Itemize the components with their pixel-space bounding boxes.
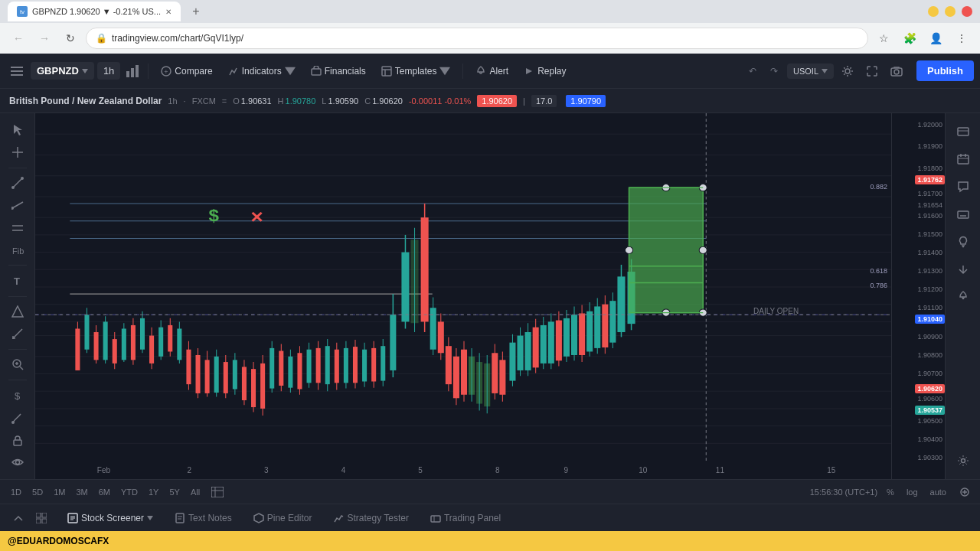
panel-pine-editor[interactable]: Pine Editor [249, 510, 317, 527]
financials-btn[interactable]: Financials [305, 63, 372, 80]
alert-btn[interactable]: Alert [469, 63, 514, 80]
date-11: 11 [716, 466, 724, 474]
forward-btn[interactable]: → [34, 28, 55, 49]
tf-5y[interactable]: 5Y [165, 486, 184, 498]
chat-icon[interactable] [951, 174, 975, 199]
svg-marker-28 [12, 306, 23, 317]
tab-close-icon[interactable]: ✕ [165, 8, 172, 16]
chart-type-btn[interactable] [123, 62, 142, 80]
tf-1d[interactable]: 1D [6, 486, 26, 498]
percent-btn[interactable]: % [884, 486, 897, 498]
templates-btn[interactable]: Templates [375, 63, 457, 80]
tf-all[interactable]: All [186, 486, 204, 498]
extensions-icon[interactable]: 🧩 [899, 28, 920, 49]
refresh-btn[interactable]: ↻ [60, 28, 81, 49]
close-icon[interactable] [962, 6, 972, 17]
lt-divider-5 [8, 380, 27, 380]
svg-marker-234 [147, 516, 153, 520]
ask-price-btn[interactable]: 1.90790 [566, 95, 606, 107]
compare-btn[interactable]: + Compare [155, 63, 218, 80]
camera-btn[interactable] [886, 60, 907, 82]
bid-price-btn[interactable]: 1.90620 [477, 95, 517, 107]
hamburger-btn[interactable] [6, 60, 28, 82]
watchlist-icon[interactable] [951, 119, 975, 144]
fullscreen-btn[interactable] [861, 60, 883, 82]
profile-icon[interactable]: 👤 [925, 28, 946, 49]
svg-text:$: $ [209, 206, 220, 225]
address-bar[interactable]: 🔒 tradingview.com/chart/GqVI1lyp/ [86, 28, 868, 49]
svg-rect-238 [431, 516, 440, 522]
price-label-91600: 1.91600 [917, 212, 942, 220]
publish-btn[interactable]: Publish [916, 60, 974, 81]
chart-area[interactable]: $ ✕ [35, 113, 945, 479]
text-tool[interactable]: T [5, 270, 30, 291]
panel-stock-screener[interactable]: Stock Screener [63, 510, 158, 527]
back-btn[interactable]: ← [8, 28, 29, 49]
channel-tool[interactable] [5, 217, 30, 238]
svg-rect-37 [14, 440, 21, 445]
tf-1y[interactable]: 1Y [144, 486, 163, 498]
tf-3m[interactable]: 3M [71, 486, 92, 498]
timeframe-selector[interactable]: 1h [97, 62, 120, 80]
current-time: 15:56:30 (UTC+1) [810, 487, 877, 497]
symbol-selector[interactable]: GBPNZD [31, 62, 94, 80]
panel-strategy-tester[interactable]: Strategy Tester [328, 510, 413, 527]
price-label-90700: 1.90700 [917, 370, 942, 377]
bottom-panel-btn [951, 448, 975, 473]
svg-point-14 [845, 69, 850, 73]
lightbulb-icon[interactable] [951, 230, 975, 254]
fib-tool[interactable]: Fib [5, 240, 30, 260]
browser-tab[interactable]: tv GBPNZD 1.90620 ▼ -0.21% US... ✕ [8, 2, 181, 21]
crosshair-tool[interactable] [5, 142, 30, 162]
price-tool[interactable]: $ [5, 385, 30, 406]
cursor-tool[interactable] [5, 119, 30, 140]
brush-tool[interactable] [5, 407, 30, 428]
tf-5d[interactable]: 5D [28, 486, 47, 498]
date-axis: Feb 2 3 4 5 8 9 10 11 15 [35, 461, 891, 479]
settings-btn[interactable] [837, 60, 858, 82]
panel-trading-panel[interactable]: Trading Panel [426, 510, 505, 527]
undo-btn[interactable]: ↶ [743, 61, 763, 81]
compare-chart-btn[interactable] [207, 482, 227, 502]
tf-1m[interactable]: 1M [49, 486, 70, 498]
tf-ytd[interactable]: YTD [116, 486, 142, 498]
symbol-bar: British Pound / New Zealand Dollar 1h · … [0, 89, 980, 113]
replay-btn[interactable]: Replay [518, 63, 572, 80]
eye-tool[interactable] [5, 452, 30, 473]
pip-value[interactable]: 17.0 [531, 95, 557, 107]
trend-line-tool[interactable] [5, 195, 30, 216]
watchlist-selector[interactable]: USOIL [787, 64, 834, 79]
minimize-icon[interactable] [928, 6, 939, 17]
svg-rect-10 [312, 69, 321, 75]
log-btn[interactable]: log [903, 486, 921, 498]
keyboard-icon[interactable] [951, 202, 975, 227]
indicators-btn[interactable]: Indicators [222, 63, 302, 80]
menu-icon[interactable]: ⋮ [951, 28, 972, 49]
line-tool[interactable] [5, 172, 30, 193]
settings-gear-icon[interactable] [951, 448, 975, 473]
price-label-90800: 1.90800 [917, 351, 942, 359]
new-tab-icon[interactable]: + [187, 2, 205, 21]
bookmark-icon[interactable]: ☆ [873, 28, 894, 49]
panel-chevron-up[interactable] [9, 509, 28, 527]
trading-arrows-icon[interactable] [951, 257, 975, 282]
svg-rect-194 [629, 187, 704, 312]
panel-grid-btn[interactable] [32, 509, 51, 527]
notification-icon[interactable] [951, 285, 975, 309]
calendar-icon[interactable] [951, 147, 975, 171]
lock-tool[interactable] [5, 429, 30, 450]
maximize-icon[interactable] [945, 6, 956, 17]
lt-divider-1 [8, 168, 27, 168]
panel-text-notes[interactable]: Text Notes [170, 510, 237, 527]
tf-6m[interactable]: 6M [94, 486, 115, 498]
price-label-90400: 1.90400 [917, 435, 942, 443]
measure-tool[interactable] [5, 324, 30, 344]
axis-settings-btn[interactable] [956, 483, 974, 501]
redo-btn[interactable]: ↷ [764, 61, 784, 81]
svg-marker-9 [285, 67, 296, 75]
shapes-tool[interactable] [5, 301, 30, 321]
auto-btn[interactable]: auto [927, 486, 949, 498]
zoom-tool[interactable] [5, 354, 30, 375]
trading-label: Trading Panel [444, 513, 501, 523]
symbol-interval: 1h [168, 96, 177, 106]
